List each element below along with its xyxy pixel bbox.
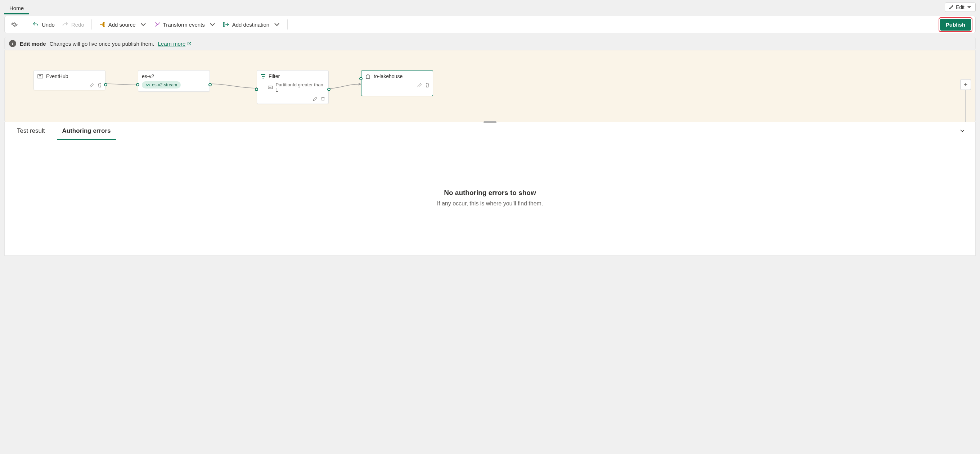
empty-title: No authoring errors to show (444, 189, 536, 197)
add-source-button[interactable]: Add source (95, 19, 150, 30)
pencil-icon[interactable] (89, 83, 94, 88)
plus-icon: + (964, 81, 968, 89)
pencil-icon[interactable] (312, 97, 318, 102)
node-destination-label: to-lakehouse (374, 73, 402, 79)
redo-icon (62, 21, 68, 28)
info-bar: i Edit mode Changes will go live once yo… (4, 37, 976, 50)
node-stream-label: es-v2 (142, 73, 154, 79)
info-icon: i (9, 40, 16, 47)
node-source-label: EventHub (46, 73, 68, 79)
add-source-icon (99, 21, 105, 28)
trash-icon[interactable] (320, 97, 326, 102)
empty-subtitle: If any occur, this is where you'll find … (437, 200, 543, 207)
svg-rect-1 (224, 22, 225, 27)
stream-chip-label: es-v2-stream (152, 83, 177, 87)
lakehouse-icon (365, 73, 371, 79)
transform-icon (154, 21, 160, 28)
external-link-icon (187, 41, 191, 46)
empty-state: No authoring errors to show If any occur… (5, 140, 975, 256)
trash-icon[interactable] (425, 83, 430, 88)
add-source-label: Add source (108, 22, 136, 28)
bottom-panel: Test result Authoring errors No authorin… (4, 122, 976, 256)
undo-label: Undo (42, 22, 55, 28)
stream-icon (145, 83, 150, 87)
learn-more-link[interactable]: Learn more (158, 41, 192, 47)
node-source[interactable]: EventHub (33, 70, 105, 90)
svg-point-9 (40, 77, 41, 77)
edit-button[interactable]: Edit (945, 3, 976, 12)
node-filter[interactable]: Filter PartitionId greater than 1 (257, 70, 329, 104)
add-destination-label: Add destination (232, 22, 269, 28)
undo-icon (32, 21, 39, 28)
edit-mode-label: Edit mode (20, 41, 46, 47)
add-node-button[interactable]: + (960, 79, 971, 90)
settings-button[interactable] (8, 19, 21, 30)
filter-condition: PartitionId greater than 1 (275, 82, 325, 93)
add-destination-icon (223, 21, 229, 28)
chevron-down-icon (140, 21, 146, 28)
stream-chip[interactable]: es-v2-stream (142, 81, 181, 89)
pencil-icon (949, 5, 954, 10)
svg-point-6 (39, 75, 40, 76)
tab-authoring-errors[interactable]: Authoring errors (57, 122, 116, 140)
top-tab-bar: Home Edit (0, 0, 980, 14)
redo-button: Redo (58, 19, 88, 30)
publish-highlight: Publish (939, 17, 972, 32)
redo-label: Redo (71, 22, 84, 28)
transform-label: Transform events (163, 22, 205, 28)
pencil-icon[interactable] (417, 83, 422, 88)
undo-button[interactable]: Undo (29, 19, 58, 30)
chevron-down-icon (209, 21, 216, 28)
svg-point-8 (39, 77, 40, 77)
learn-more-label: Learn more (158, 41, 186, 47)
svg-point-7 (40, 75, 41, 76)
publish-button[interactable]: Publish (940, 19, 971, 30)
info-message: Changes will go live once you publish th… (50, 41, 154, 47)
canvas[interactable]: EventHub es-v2 es-v2-stream Fil (4, 50, 976, 122)
svg-rect-5 (38, 75, 43, 78)
gear-icon (11, 21, 18, 28)
node-destination[interactable]: to-lakehouse (361, 70, 433, 96)
condition-icon (268, 86, 272, 89)
collapse-panel-button[interactable] (956, 125, 968, 137)
add-connector-line (965, 90, 966, 122)
chevron-down-icon (274, 21, 280, 28)
transform-events-button[interactable]: Transform events (150, 19, 219, 30)
filter-icon (261, 74, 266, 79)
node-stream[interactable]: es-v2 es-v2-stream (138, 70, 210, 92)
toolbar: Undo Redo Add source Transform events Ad… (4, 16, 976, 33)
caret-down-icon (967, 5, 972, 10)
add-destination-button[interactable]: Add destination (219, 19, 284, 30)
tab-home[interactable]: Home (4, 2, 29, 14)
eventhub-icon (37, 73, 43, 79)
tab-test-result[interactable]: Test result (12, 122, 50, 140)
trash-icon[interactable] (97, 83, 102, 88)
edit-button-label: Edit (956, 4, 964, 10)
node-filter-label: Filter (269, 73, 280, 79)
chevron-down-icon (959, 128, 965, 133)
